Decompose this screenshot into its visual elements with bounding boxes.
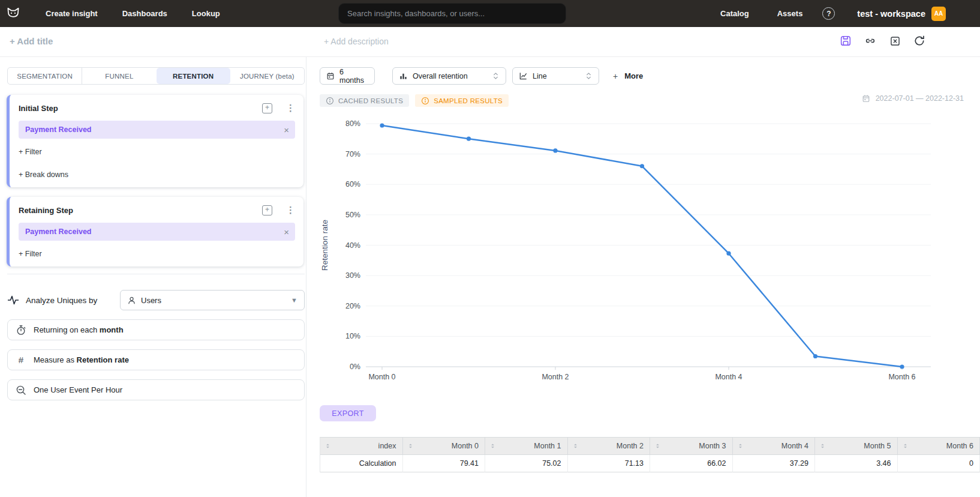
sort-icon — [324, 442, 331, 450]
global-search[interactable] — [339, 4, 566, 23]
add-breakdowns-button[interactable]: + Break downs — [19, 170, 295, 179]
column-header[interactable]: Month 5 — [815, 438, 898, 455]
returning-period-label: Returning on each month — [34, 325, 124, 334]
date-range[interactable]: 2022-07-01 — 2022-12-31 — [862, 94, 964, 103]
top-navbar: Create insight Dashboards Lookup Catalog… — [0, 0, 980, 27]
activity-pulse-icon — [7, 294, 19, 306]
hash-icon: # — [16, 355, 26, 365]
tab-retention[interactable]: RETENTION — [157, 68, 230, 84]
add-filter-button[interactable]: + Filter — [19, 148, 295, 156]
measure-as-label: Measure as Retention rate — [34, 355, 129, 364]
step-menu-icon[interactable]: ⋮ — [286, 205, 295, 215]
tab-funnel[interactable]: FUNNEL — [82, 68, 156, 84]
svg-text:0%: 0% — [350, 363, 360, 371]
results-panel: 6 months Overall retention Line + More C… — [307, 57, 980, 497]
navbar-right: Catalog Assets ? test - workspace AA — [720, 0, 946, 27]
add-event-icon[interactable]: + — [262, 103, 272, 113]
initial-step-event[interactable]: Payment Received × — [19, 121, 295, 139]
app-logo-cat-icon[interactable] — [5, 6, 21, 22]
save-icon[interactable] — [839, 34, 852, 47]
app-page: Create insight Dashboards Lookup Catalog… — [0, 0, 980, 497]
remove-event-icon[interactable]: × — [284, 227, 289, 237]
returning-period-setting[interactable]: Returning on each month — [7, 319, 305, 340]
measure-as-setting[interactable]: # Measure as Retention rate — [7, 349, 305, 370]
sort-icon — [654, 442, 661, 450]
more-options-button[interactable]: + More — [613, 71, 643, 81]
svg-text:Month 6: Month 6 — [888, 373, 915, 381]
nav-assets[interactable]: Assets — [777, 9, 803, 18]
metric-value: Overall retention — [413, 72, 468, 80]
svg-text:30%: 30% — [345, 271, 360, 280]
table-cell: 3.46 — [815, 455, 898, 472]
refresh-icon[interactable] — [913, 34, 926, 47]
user-avatar[interactable]: AA — [931, 7, 946, 21]
event-name[interactable]: Payment Received — [25, 227, 91, 236]
retaining-step-event[interactable]: Payment Received × — [19, 223, 295, 241]
search-input[interactable] — [347, 9, 557, 18]
panel-divider — [7, 274, 305, 274]
column-header[interactable]: Month 1 — [485, 438, 568, 455]
metric-select[interactable]: Overall retention — [392, 67, 506, 85]
step-menu-icon[interactable]: ⋮ — [286, 103, 295, 113]
table-cell: 37.29 — [733, 455, 816, 472]
dedupe-setting[interactable]: One User Event Per Hour — [7, 379, 305, 400]
chevron-down-icon: ▼ — [291, 297, 297, 304]
table-cell: 79.41 — [403, 455, 486, 472]
add-filter-button[interactable]: + Filter — [19, 250, 295, 258]
chart-type-value: Line — [533, 72, 547, 80]
sort-icon — [407, 442, 414, 450]
cached-results-badge[interactable]: CACHED RESULTS — [320, 94, 409, 107]
stopwatch-icon — [16, 325, 26, 336]
copy-link-icon[interactable] — [864, 34, 877, 47]
tab-journey[interactable]: JOURNEY (beta) — [230, 68, 304, 84]
time-period-value: 6 months — [339, 68, 368, 85]
column-header[interactable]: Month 4 — [733, 438, 816, 455]
tab-segmentation[interactable]: SEGMENTATION — [8, 68, 82, 84]
svg-text:Month 4: Month 4 — [715, 373, 742, 381]
calendar-icon — [862, 94, 870, 103]
column-header[interactable]: Month 0 — [403, 438, 486, 455]
add-title-field[interactable]: + Add title — [10, 36, 53, 46]
nav-create-insight[interactable]: Create insight — [46, 9, 98, 18]
add-description-field[interactable]: + Add description — [324, 37, 389, 46]
retention-chart-area: 0%10%20%30%40%50%60%70%80%Month 0Month 2… — [320, 111, 973, 388]
svg-text:Retention rate: Retention rate — [320, 220, 329, 271]
insight-type-tabs: SEGMENTATION FUNNEL RETENTION JOURNEY (b… — [7, 67, 305, 85]
help-icon[interactable]: ? — [822, 7, 835, 20]
table-data-row: Calculation 79.41 75.02 71.13 66.02 37.2… — [320, 455, 980, 472]
select-stepper-icon — [585, 71, 593, 80]
chart-controls: 6 months Overall retention Line + More — [320, 67, 643, 85]
analyze-uniques-label: Analyze Uniques by — [26, 296, 97, 305]
event-name[interactable]: Payment Received — [25, 125, 91, 134]
select-stepper-icon — [492, 71, 500, 80]
export-button[interactable]: EXPORT — [320, 405, 376, 421]
column-header[interactable]: index — [320, 438, 403, 455]
retaining-step-card: Retaining Step + ⋮ Payment Received × + … — [7, 197, 303, 267]
sort-icon — [489, 442, 496, 450]
svg-text:40%: 40% — [345, 241, 360, 250]
nav-catalog[interactable]: Catalog — [720, 9, 749, 18]
result-badges: CACHED RESULTS SAMPLED RESULTS — [320, 94, 509, 107]
sampled-results-badge[interactable]: SAMPLED RESULTS — [415, 94, 509, 107]
clear-insight-icon[interactable] — [888, 34, 901, 47]
time-period-button[interactable]: 6 months — [320, 67, 375, 85]
retention-line-chart[interactable]: 0%10%20%30%40%50%60%70%80%Month 0Month 2… — [320, 111, 973, 388]
date-range-value: 2022-07-01 — 2022-12-31 — [876, 94, 964, 103]
zoom-out-icon — [16, 385, 26, 396]
column-header[interactable]: Month 3 — [650, 438, 733, 455]
table-cell: 66.02 — [650, 455, 733, 472]
table-cell: 71.13 — [568, 455, 651, 472]
svg-text:50%: 50% — [345, 211, 360, 219]
workspace-name[interactable]: test - workspace — [857, 9, 925, 19]
column-header[interactable]: Month 6 — [898, 438, 980, 455]
results-table: index Month 0 Month 1 Month 2 Month 3 Mo… — [320, 437, 980, 472]
add-event-icon[interactable]: + — [262, 205, 272, 215]
nav-lookup[interactable]: Lookup — [192, 9, 220, 18]
analyze-by-value: Users — [141, 296, 161, 305]
nav-dashboards[interactable]: Dashboards — [122, 9, 167, 18]
column-header[interactable]: Month 2 — [568, 438, 651, 455]
chart-type-select[interactable]: Line — [512, 67, 599, 85]
line-chart-icon — [519, 71, 528, 80]
analyze-by-dropdown[interactable]: Users ▼ — [120, 290, 305, 310]
remove-event-icon[interactable]: × — [284, 125, 289, 135]
